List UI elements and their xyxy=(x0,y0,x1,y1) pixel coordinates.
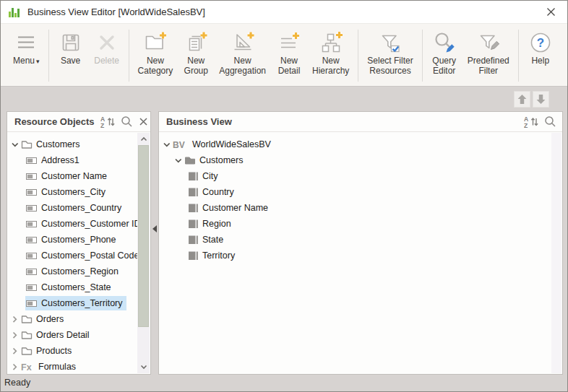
toolbar-button-label: Menu▾ xyxy=(13,56,40,67)
tree-item-content[interactable]: Customers_Region xyxy=(25,264,122,279)
tree-item-content[interactable]: Products xyxy=(20,344,75,358)
tree-item-country[interactable]: Country xyxy=(159,184,551,200)
chevron-right-icon[interactable] xyxy=(10,347,20,356)
detail-object-icon xyxy=(187,218,199,230)
tree-item-customers-postal-code[interactable]: Customers_Postal Code xyxy=(7,248,137,263)
tree-item-content[interactable]: Orders Detail xyxy=(20,328,93,342)
chevron-down-icon[interactable] xyxy=(173,156,184,165)
toolbar-button-query-editor[interactable]: QueryEditor xyxy=(426,28,462,77)
scroll-down-icon[interactable] xyxy=(137,361,150,373)
tree-item-label: Customers_Customer ID xyxy=(40,219,137,229)
toolbar-separator xyxy=(358,30,358,82)
field-icon xyxy=(26,154,38,166)
tree-item-content[interactable]: State xyxy=(186,232,227,247)
toolbar-button-new-category[interactable]: NewCategory xyxy=(133,28,178,77)
detail-object-icon xyxy=(187,234,199,245)
tree-item-content[interactable]: Address1 xyxy=(25,153,83,167)
move-up-button[interactable] xyxy=(514,91,530,108)
tree-item-label: Customers_Region xyxy=(40,266,119,276)
tree-item-worldwidesalesbv[interactable]: BVWorldWideSalesBV xyxy=(159,136,551,152)
search-icon[interactable] xyxy=(121,116,133,128)
tree-item-content[interactable]: Customer Name xyxy=(25,169,111,183)
right-panel-scrollbar[interactable] xyxy=(551,133,561,373)
tree-item-customers-city[interactable]: Customers_City xyxy=(7,184,137,200)
tree-item-label: Customer Name xyxy=(40,171,107,181)
tree-item-city[interactable]: City xyxy=(159,168,551,184)
tree-item-content[interactable]: Customers_Country xyxy=(25,201,125,215)
toolbar-button-save[interactable]: Save xyxy=(53,28,89,68)
tree-item-content[interactable]: Customers xyxy=(20,137,83,152)
tree-item-address1[interactable]: Address1 xyxy=(7,152,137,168)
move-down-button[interactable] xyxy=(533,91,549,108)
tree-item-customers-customer-id[interactable]: Customers_Customer ID xyxy=(7,216,137,232)
tree-item-content[interactable]: Customers xyxy=(184,153,246,167)
chevron-right-icon[interactable] xyxy=(10,331,20,340)
tree-item-customer-name[interactable]: Customer Name xyxy=(159,200,551,216)
tree-item-orders[interactable]: Orders xyxy=(7,311,137,327)
chevron-right-icon[interactable] xyxy=(10,362,20,372)
tree-item-content[interactable]: FxFormulas xyxy=(20,360,79,373)
tree-item-content[interactable]: Territory xyxy=(186,248,238,263)
scroll-up-icon[interactable] xyxy=(137,133,150,145)
toolbar-button-new-group[interactable]: NewGroup xyxy=(178,28,214,77)
help-icon: ? xyxy=(528,30,554,56)
toolbar-button-menu[interactable]: Menu▾ xyxy=(8,28,45,69)
toolbar-separator xyxy=(48,30,49,82)
resource-objects-tree: CustomersAddress1Customer NameCustomers_… xyxy=(7,133,137,373)
tree-item-content[interactable]: Customers_City xyxy=(25,185,109,199)
tree-item-content[interactable]: Region xyxy=(186,217,235,231)
tree-item-customers[interactable]: Customers xyxy=(159,152,551,168)
tree-item-orders-detail[interactable]: Orders Detail xyxy=(7,327,137,343)
search-icon[interactable] xyxy=(544,116,556,128)
tree-item-territory[interactable]: Territory xyxy=(159,248,551,263)
tree-item-content[interactable]: Customers_Phone xyxy=(25,232,120,247)
panel-splitter[interactable] xyxy=(151,111,158,375)
tree-item-customers-state[interactable]: Customers_State xyxy=(7,279,137,295)
tree-item-content[interactable]: Customers_Territory xyxy=(25,296,126,310)
tree-item-customer-name[interactable]: Customer Name xyxy=(7,168,137,184)
chevron-down-icon[interactable] xyxy=(10,140,20,149)
left-panel-scrollbar[interactable] xyxy=(137,133,150,373)
tree-item-content[interactable]: City xyxy=(186,169,222,183)
toolbar-button-help[interactable]: ?Help xyxy=(522,28,559,68)
tree-item-formulas[interactable]: FxFormulas xyxy=(7,359,137,373)
tree-item-content[interactable]: Country xyxy=(186,185,238,199)
close-panel-icon[interactable] xyxy=(139,117,148,126)
chevron-right-icon[interactable] xyxy=(10,315,20,324)
tree-item-label: WorldWideSalesBV xyxy=(191,139,271,149)
resource-objects-panel: Resource Objects AZ CustomersAddress1Cus… xyxy=(7,111,151,375)
toolbar-button-predefined-filter[interactable]: PredefinedFilter xyxy=(462,28,515,77)
predefined-filter-icon xyxy=(476,30,502,56)
tree-item-content[interactable]: Orders xyxy=(20,312,67,326)
tree-item-customers[interactable]: Customers xyxy=(7,136,137,152)
tree-item-content[interactable]: Customers_Postal Code xyxy=(25,248,137,263)
business-view-icon: BV xyxy=(173,139,189,150)
tree-item-customers-phone[interactable]: Customers_Phone xyxy=(7,232,137,248)
az-sort-icon[interactable]: AZ xyxy=(100,116,115,128)
save-icon xyxy=(58,30,84,56)
tree-item-region[interactable]: Region xyxy=(159,216,551,232)
menu-icon xyxy=(13,30,39,56)
close-window-button[interactable] xyxy=(541,4,560,21)
toolbar-button-select-filter-resources[interactable]: Select FilterResources xyxy=(362,28,418,77)
tree-item-products[interactable]: Products xyxy=(7,343,137,359)
scrollbar-thumb[interactable] xyxy=(138,145,149,327)
tree-item-content[interactable]: Customer Name xyxy=(186,201,272,215)
tree-item-state[interactable]: State xyxy=(159,232,551,248)
status-text: Ready xyxy=(4,378,30,388)
toolbar-button-new-detail[interactable]: NewDetail xyxy=(271,28,307,77)
field-icon xyxy=(26,202,38,214)
tree-item-customers-country[interactable]: Customers_Country xyxy=(7,200,137,216)
tree-item-customers-region[interactable]: Customers_Region xyxy=(7,263,137,279)
tree-item-content[interactable]: Customers_Customer ID xyxy=(25,217,137,231)
tree-item-customers-territory[interactable]: Customers_Territory xyxy=(7,295,137,311)
chevron-down-icon[interactable] xyxy=(162,140,172,149)
tree-item-content[interactable]: Customers_State xyxy=(25,280,115,295)
toolbar-button-new-aggregation[interactable]: NewAggregation xyxy=(214,28,271,77)
tree-item-content[interactable]: BVWorldWideSalesBV xyxy=(172,137,275,152)
toolbar-button-new-hierarchy[interactable]: NewHierarchy xyxy=(307,28,354,77)
toolbar-button-label: PredefinedFilter xyxy=(468,56,509,76)
collapse-panel-icon[interactable] xyxy=(152,225,157,232)
az-sort-icon[interactable]: AZ xyxy=(524,116,538,128)
svg-text:Z: Z xyxy=(100,122,104,129)
